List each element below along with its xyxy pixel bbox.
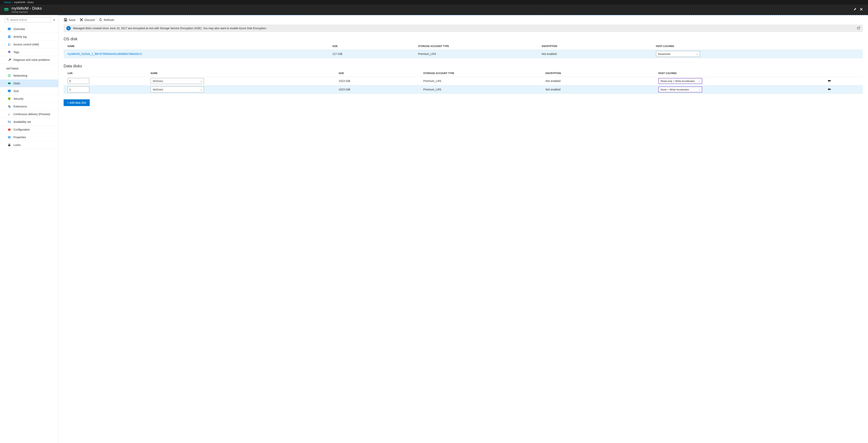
- chevron-down-icon: ⌄: [696, 53, 698, 55]
- svg-rect-24: [9, 106, 10, 108]
- data-disk-row: WADisk2 ⌄ 1023 GiB Premium_LRS Not enabl…: [64, 85, 863, 94]
- svg-rect-28: [8, 122, 9, 123]
- disk-name-select[interactable]: WADisk2 ⌄: [151, 87, 204, 92]
- sidebar-item-locks[interactable]: Locks: [0, 141, 58, 149]
- wrench-icon: [7, 58, 11, 62]
- svg-rect-22: [8, 92, 10, 92]
- sidebar-nav[interactable]: Overview Activity log Access control (IA…: [0, 25, 58, 443]
- add-data-disk-button[interactable]: + Add data disk: [64, 99, 90, 106]
- os-disk-name-link[interactable]: myWAVM_OsDisk_1_f8678795084e451c8bfdb837…: [68, 52, 142, 56]
- size-icon: [7, 89, 11, 93]
- svg-rect-31: [9, 129, 10, 129]
- sidebar-item-overview[interactable]: Overview: [0, 25, 58, 33]
- svg-rect-20: [8, 90, 11, 92]
- discard-button[interactable]: Discard: [80, 18, 95, 22]
- breadcrumb: Home › myWAVM - Disks: [0, 0, 868, 4]
- svg-rect-34: [9, 136, 10, 138]
- sidebar-section-settings: SETTINGS: [0, 64, 58, 72]
- sidebar-search[interactable]: [5, 17, 51, 23]
- sidebar-item-properties[interactable]: Properties: [0, 133, 58, 141]
- svg-point-40: [828, 89, 830, 90]
- info-message: Managed disks created since June 10, 201…: [73, 27, 855, 30]
- tag-icon: [7, 50, 11, 54]
- sidebar-item-size[interactable]: Size: [0, 87, 58, 95]
- external-link-icon[interactable]: [857, 27, 860, 30]
- data-disk-encryption: Not enabled: [543, 85, 656, 94]
- col-name: NAME: [64, 43, 330, 50]
- close-button[interactable]: [858, 7, 864, 13]
- sidebar-item-configuration[interactable]: Configuration: [0, 126, 58, 133]
- sidebar-item-availability-set[interactable]: Availability set: [0, 118, 58, 126]
- select-value: WADisk2: [153, 88, 163, 91]
- host-caching-select[interactable]: None + Write Accelerator ⌄: [658, 87, 702, 92]
- search-input[interactable]: [10, 17, 51, 22]
- svg-point-2: [6, 8, 7, 9]
- col-host-caching: HOST CACHING: [656, 70, 825, 77]
- col-host-caching: HOST CACHING: [654, 43, 863, 50]
- os-disk-size: 127 GiB: [330, 50, 415, 58]
- sidebar-item-extensions[interactable]: Extensions: [0, 103, 58, 110]
- breadcrumb-home[interactable]: Home: [4, 1, 11, 4]
- availability-icon: [7, 120, 11, 124]
- sidebar-item-disks[interactable]: Disks: [0, 80, 58, 87]
- refresh-icon: [99, 18, 102, 22]
- os-disk-host-caching-select[interactable]: Read/write ⌄: [656, 51, 700, 57]
- sidebar-item-continuous-delivery[interactable]: Continuous delivery (Preview): [0, 110, 58, 118]
- lun-input[interactable]: [68, 87, 89, 92]
- sidebar-label: Extensions: [13, 105, 27, 108]
- col-name: NAME: [148, 70, 336, 77]
- svg-rect-37: [65, 19, 66, 19]
- col-lun: LUN: [64, 70, 148, 77]
- svg-rect-7: [8, 30, 10, 30]
- svg-rect-11: [8, 37, 9, 37]
- sidebar-label: Overview: [13, 27, 25, 31]
- disks-resource-icon: [4, 7, 9, 13]
- col-size: SIZE: [330, 43, 415, 50]
- sidebar-item-activity-log[interactable]: Activity log: [0, 33, 58, 41]
- sidebar-item-diagnose[interactable]: Diagnose and solve problems: [0, 56, 58, 64]
- data-disk-size: 1023 GiB: [336, 85, 421, 94]
- sidebar: « Overview Activity log Access control (…: [0, 15, 59, 443]
- svg-rect-16: [10, 60, 10, 60]
- col-size: SIZE: [336, 70, 421, 77]
- pin-button[interactable]: [852, 7, 858, 13]
- disk-name-select[interactable]: WADisk1 ⌄: [151, 78, 204, 84]
- sidebar-item-security[interactable]: Security: [0, 95, 58, 103]
- lock-icon: [7, 143, 11, 147]
- write-accelerator-icon[interactable]: [828, 80, 832, 82]
- iam-icon: [7, 43, 11, 46]
- breadcrumb-current: myWAVM - Disks: [14, 1, 34, 4]
- sidebar-label: Configuration: [13, 128, 30, 131]
- svg-point-25: [9, 114, 10, 114]
- write-accelerator-icon[interactable]: [828, 88, 832, 91]
- sidebar-collapse-button[interactable]: «: [53, 18, 56, 22]
- lun-input[interactable]: [68, 78, 89, 84]
- sidebar-label: Properties: [13, 136, 26, 139]
- sidebar-item-iam[interactable]: Access control (IAM): [0, 41, 58, 49]
- save-button[interactable]: Save: [64, 18, 75, 22]
- extensions-icon: [7, 105, 11, 108]
- host-caching-select[interactable]: Read-only + Write Accelerator ⌄: [658, 78, 702, 84]
- chevron-left-double-icon: «: [53, 18, 55, 22]
- svg-point-19: [9, 83, 9, 83]
- sidebar-label: Continuous delivery (Preview): [13, 113, 50, 116]
- svg-rect-29: [9, 122, 11, 123]
- main-panel: Save Discard Refresh i Managed disks cre…: [59, 15, 868, 443]
- sidebar-label: Disks: [13, 82, 20, 85]
- sidebar-label: Size: [13, 90, 19, 93]
- select-value: WADisk1: [153, 80, 163, 83]
- discard-icon: [80, 18, 83, 22]
- sidebar-label: Tags: [13, 51, 19, 54]
- sidebar-item-networking[interactable]: Networking: [0, 72, 58, 80]
- refresh-button[interactable]: Refresh: [99, 18, 114, 22]
- sidebar-item-tags[interactable]: Tags: [0, 49, 58, 56]
- refresh-label: Refresh: [104, 18, 114, 22]
- pin-icon: [854, 8, 857, 12]
- sidebar-label: Security: [13, 97, 24, 100]
- col-storage-type: STORAGE ACCOUNT TYPE: [421, 70, 543, 77]
- os-disk-table: NAME SIZE STORAGE ACCOUNT TYPE ENCRYPTIO…: [64, 43, 863, 58]
- save-icon: [64, 18, 68, 22]
- data-disk-encryption: Not enabled: [543, 77, 656, 85]
- toolbar: Save Discard Refresh: [59, 15, 868, 25]
- data-disks-table: LUN NAME SIZE STORAGE ACCOUNT TYPE ENCRY…: [64, 70, 863, 94]
